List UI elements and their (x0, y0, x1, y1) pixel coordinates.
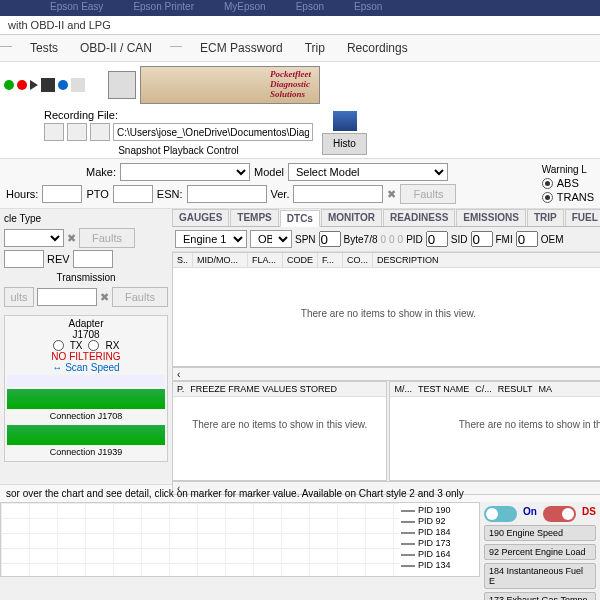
tab-gauges[interactable]: GAUGES (172, 209, 229, 226)
dtc-grid[interactable]: S.. MID/MO... FLA... CODE F... CO... DES… (172, 252, 600, 367)
menu-trip[interactable]: Trip (301, 39, 329, 57)
ds-switch[interactable] (543, 506, 576, 522)
spn-input[interactable] (319, 231, 341, 247)
ver-label: Ver. (271, 188, 290, 200)
tab-dtcs[interactable]: DTCs (280, 210, 320, 227)
freeze-frame-grid[interactable]: P.FREEZE FRAME VALUES STORED There are n… (172, 381, 387, 481)
chart-legend: PID 190PID 92PID 184PID 173PID 164PID 13… (399, 503, 479, 576)
obd-select[interactable]: OBD (250, 230, 292, 248)
tab-trip[interactable]: TRIP (527, 209, 564, 226)
pid-173-item[interactable]: 173 Exhaust Gas Tempe (484, 592, 596, 600)
banner-image (140, 66, 320, 104)
no-items-label: There are no items to show in this view. (173, 268, 600, 359)
toolbar: Recording File: Snapshot Playback Contro… (0, 62, 600, 159)
recording-file-label: Recording File: (44, 109, 313, 121)
menu-recordings[interactable]: Recordings (343, 39, 412, 57)
trans-radio[interactable] (542, 192, 553, 203)
tx-radio[interactable] (53, 340, 64, 351)
prev-button[interactable] (90, 123, 110, 141)
esn-input[interactable] (187, 185, 267, 203)
sid-label: SID (451, 234, 468, 245)
sid-input[interactable] (471, 231, 493, 247)
main-panel: GAUGES TEMPS DTCs MONITOR READINESS EMIS… (172, 209, 600, 484)
oem-label: OEM (541, 234, 564, 245)
record-blue-icon[interactable] (58, 80, 68, 90)
pid-label: PID (406, 234, 423, 245)
left-panel: cle Type ✖ Faults REV Transmission ults … (0, 209, 172, 484)
pto-input[interactable] (113, 185, 153, 203)
record-red-icon[interactable] (17, 80, 27, 90)
esn-label: ESN: (157, 188, 183, 200)
clear-icon[interactable]: ✖ (387, 188, 396, 201)
pid-switch-panel: On DS 190 Engine Speed 92 Percent Engine… (480, 502, 600, 600)
on-switch[interactable] (484, 506, 517, 522)
brand-banner (108, 64, 320, 106)
rev-label: REV (47, 253, 70, 265)
fmi-input[interactable] (516, 231, 538, 247)
tab-readiness[interactable]: READINESS (383, 209, 455, 226)
adapter-panel: Adapter J1708 TX RX NO FILTERING ↔ Scan … (4, 315, 168, 462)
pid-92-item[interactable]: 92 Percent Engine Load (484, 544, 596, 560)
rev-prefix-input[interactable] (4, 250, 44, 268)
tab-temps[interactable]: TEMPS (230, 209, 278, 226)
ver-input[interactable] (293, 185, 383, 203)
warning-lights: Warning L ABS TRANS (542, 164, 594, 203)
hours-input[interactable] (42, 185, 82, 203)
chart-area[interactable]: PID 190PID 92PID 184PID 173PID 164PID 13… (0, 502, 480, 577)
dtc-filter-row: Engine 1 OBD SPN Byte7/80 0 0 PID SID FM… (172, 227, 600, 252)
menu-bar: — Tests OBD-II / CAN — ECM Password Trip… (0, 35, 600, 62)
abs-radio[interactable] (542, 178, 553, 189)
clear-icon[interactable]: ✖ (67, 232, 76, 245)
faults-button-left[interactable]: Faults (79, 228, 135, 248)
pid-184-item[interactable]: 184 Instantaneous Fuel E (484, 563, 596, 589)
transmission-label: Transmission (4, 272, 168, 283)
window-title: with OBD-II and LPG (0, 16, 600, 35)
logo-icon (108, 71, 136, 99)
menu-obd[interactable]: OBD-II / CAN (76, 39, 156, 57)
pid-190-item[interactable]: 190 Engine Speed (484, 525, 596, 541)
menu-ecm[interactable]: ECM Password (196, 39, 287, 57)
make-select[interactable] (120, 163, 250, 181)
tool-icon[interactable] (71, 78, 85, 92)
faults-button-trans[interactable]: Faults (112, 287, 168, 307)
make-label: Make: (6, 166, 116, 178)
desktop-shortcuts: Epson EasyEpson PrinterMyEpsonEpsonEpson (0, 0, 600, 16)
tab-emissions[interactable]: EMISSIONS (456, 209, 526, 226)
model-select[interactable]: Select Model (288, 163, 448, 181)
stop-button[interactable] (67, 123, 87, 141)
menu-tests[interactable]: Tests (26, 39, 62, 57)
history-button[interactable]: Histo (322, 133, 367, 155)
ults-button[interactable]: ults (4, 287, 34, 307)
j1708-label: J1708 (7, 329, 165, 340)
clear-icon[interactable]: ✖ (100, 291, 109, 304)
play-icon[interactable] (30, 80, 38, 90)
pto-label: PTO (86, 188, 108, 200)
byte-label: Byte7/8 (344, 234, 378, 245)
recording-path-input[interactable] (113, 123, 313, 141)
rev-input[interactable] (73, 250, 113, 268)
engine-select[interactable]: Engine 1 (175, 230, 247, 248)
record-green-icon[interactable] (4, 80, 14, 90)
scan-speed-label: ↔ Scan Speed (7, 362, 165, 373)
tab-bar: GAUGES TEMPS DTCs MONITOR READINESS EMIS… (172, 209, 600, 227)
adapter-label: Adapter (7, 318, 165, 329)
spn-label: SPN (295, 234, 316, 245)
no-filter-label: NO FILTERING (7, 351, 165, 362)
vehicle-type-select[interactable] (4, 229, 64, 247)
faults-button[interactable]: Faults (400, 184, 456, 204)
tab-monitor[interactable]: MONITOR (321, 209, 382, 226)
hours-label: Hours: (6, 188, 38, 200)
play-button[interactable] (44, 123, 64, 141)
connection-j1708-bar: Connection J1708 (7, 389, 165, 409)
tab-fuel[interactable]: FUEL (565, 209, 600, 226)
vehicle-type-label: cle Type (4, 213, 168, 224)
fmi-label: FMI (496, 234, 513, 245)
stop-icon[interactable] (41, 78, 55, 92)
rx-radio[interactable] (88, 340, 99, 351)
pid-input[interactable] (426, 231, 448, 247)
test-result-grid[interactable]: M/...TEST NAMEC/...RESULTMA There are no… (389, 381, 600, 481)
trans-input[interactable] (37, 288, 97, 306)
model-label: Model (254, 166, 284, 178)
truck-icon[interactable] (333, 111, 357, 131)
vehicle-info-row: Make: Model Select Model Hours: PTO ESN:… (0, 159, 600, 209)
